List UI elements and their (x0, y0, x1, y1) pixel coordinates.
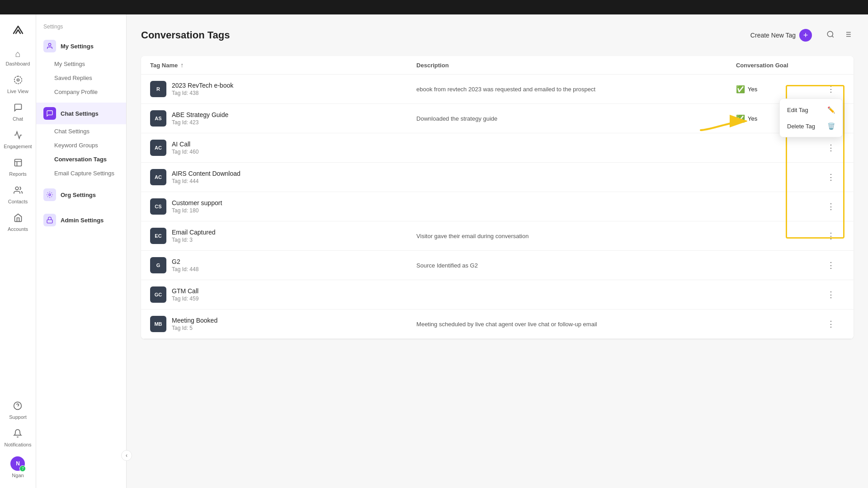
tag-avatar-5: EC (150, 228, 166, 244)
nav-item-engagement[interactable]: Engagement (2, 127, 34, 153)
tags-table: Tag Name ↑ Description Conversation Goal… (141, 56, 854, 339)
nav-user[interactable]: N 7 Ngan (8, 454, 28, 481)
admin-settings-icon (43, 214, 56, 226)
left-nav: ⌂ Dashboard Live View Chat Engagement Re… (0, 14, 36, 488)
settings-section-my-settings: My Settings My Settings Saved Replies Co… (36, 35, 126, 99)
sub-my-settings[interactable]: My Settings (36, 57, 126, 71)
sub-keyword-groups[interactable]: Keyword Groups (36, 138, 126, 152)
dashboard-icon: ⌂ (15, 49, 20, 59)
settings-section-header-admin-settings[interactable]: Admin Settings (36, 209, 126, 231)
tag-avatar-8: MB (150, 316, 166, 332)
row-action-btn-0[interactable]: ⋮ (817, 82, 844, 96)
tag-avatar-2: AC (150, 140, 166, 156)
tag-id-7: Tag Id: 459 (172, 296, 198, 302)
sub-chat-settings[interactable]: Chat Settings (36, 124, 126, 138)
tag-info-1: AS ABE Strategy Guide Tag Id: 423 (150, 110, 416, 127)
admin-settings-label: Admin Settings (61, 217, 104, 224)
nav-item-accounts[interactable]: Accounts (2, 210, 34, 235)
my-settings-label: My Settings (61, 43, 94, 50)
settings-section-header-chat-settings[interactable]: Chat Settings (36, 103, 126, 124)
chat-settings-label: Chat Settings (61, 110, 99, 117)
my-settings-icon (43, 40, 56, 52)
table-row: AS ABE Strategy Guide Tag Id: 423 Downlo… (141, 104, 854, 133)
settings-section-header-my-settings[interactable]: My Settings (36, 35, 126, 57)
tag-info-8: MB Meeting Booked Tag Id: 5 (150, 316, 416, 332)
settings-section-org-settings: Org Settings (36, 184, 126, 206)
main-content: Conversation Tags Create New Tag + Tag N… (127, 14, 868, 488)
support-label: Support (9, 414, 27, 420)
tag-id-1: Tag Id: 423 (172, 119, 228, 126)
contacts-icon (14, 186, 23, 197)
create-new-tag-button[interactable]: Create New Tag + (743, 25, 819, 45)
filter-icon[interactable] (842, 28, 854, 42)
nav-label-live-view: Live View (7, 89, 28, 94)
edit-tag-menu-item[interactable]: Edit Tag ✏️ (780, 102, 842, 118)
table-row: R 2023 RevTech e-book Tag Id: 438 ebook … (141, 75, 854, 104)
tag-desc-6: Source Identified as G2 (416, 262, 736, 269)
nav-item-dashboard[interactable]: ⌂ Dashboard (2, 45, 34, 70)
reports-icon (14, 158, 23, 169)
sub-email-capture[interactable]: Email Capture Settings (36, 166, 126, 180)
nav-support[interactable]: Support (6, 399, 29, 422)
svg-rect-6 (47, 220, 52, 223)
nav-item-live-view[interactable]: Live View (2, 72, 34, 98)
app-logo[interactable] (10, 22, 26, 38)
notifications-icon (13, 429, 22, 440)
delete-tag-menu-item[interactable]: Delete Tag 🗑️ (780, 118, 842, 134)
edit-icon: ✏️ (827, 106, 835, 113)
nav-label-contacts: Contacts (8, 199, 28, 204)
row-action-btn-5[interactable]: ⋮ (817, 229, 844, 243)
row-action-btn-6[interactable]: ⋮ (817, 258, 844, 272)
sidebar-collapse-button[interactable]: ‹ (121, 450, 132, 461)
tag-id-4: Tag Id: 180 (172, 207, 222, 214)
row-action-btn-4[interactable]: ⋮ (817, 200, 844, 213)
org-settings-icon (43, 188, 56, 201)
nav-item-reports[interactable]: Reports (2, 155, 34, 180)
svg-point-4 (48, 43, 51, 46)
svg-point-0 (17, 79, 19, 81)
tag-id-6: Tag Id: 448 (172, 266, 198, 272)
sub-saved-replies[interactable]: Saved Replies (36, 71, 126, 85)
tag-name-4: Customer support (172, 199, 222, 206)
search-icon[interactable] (825, 28, 836, 42)
nav-notifications[interactable]: Notifications (2, 426, 34, 450)
nav-label-engagement: Engagement (4, 144, 32, 149)
tag-id-3: Tag Id: 444 (172, 178, 241, 184)
user-label: Ngan (12, 473, 24, 478)
table-row: GC GTM Call Tag Id: 459 ⋮ (141, 280, 854, 310)
tag-id-8: Tag Id: 5 (172, 325, 217, 331)
page-title: Conversation Tags (141, 29, 230, 41)
delete-icon: 🗑️ (827, 122, 835, 130)
user-badge: 7 (19, 465, 26, 472)
row-action-btn-8[interactable]: ⋮ (817, 317, 844, 331)
chat-icon (14, 103, 23, 114)
tag-name-6: G2 (172, 258, 198, 265)
chat-settings-icon (43, 107, 56, 120)
row-action-btn-2[interactable]: ⋮ (817, 141, 844, 155)
row-action-btn-3[interactable]: ⋮ (817, 170, 844, 184)
sub-conversation-tags[interactable]: Conversation Tags (36, 152, 126, 166)
tag-info-2: AC AI Call Tag Id: 460 (150, 140, 416, 156)
tag-info-6: G G2 Tag Id: 448 (150, 257, 416, 273)
col-tag-name: Tag Name ↑ (150, 61, 416, 69)
table-row: CS Customer support Tag Id: 180 ⋮ (141, 192, 854, 221)
tag-desc-8: Meeting scheduled by live chat agent ove… (416, 321, 736, 328)
nav-label-chat: Chat (13, 116, 23, 122)
settings-section-chat-settings: Chat Settings Chat Settings Keyword Grou… (36, 103, 126, 180)
nav-item-chat[interactable]: Chat (2, 99, 34, 125)
sub-company-profile[interactable]: Company Profile (36, 85, 126, 99)
tag-id-0: Tag Id: 438 (172, 90, 233, 96)
tag-avatar-3: AC (150, 169, 166, 185)
svg-point-7 (827, 31, 833, 37)
goal-cell-0: ✅ Yes (736, 85, 817, 94)
tag-name-7: GTM Call (172, 287, 198, 295)
table-row: G G2 Tag Id: 448 Source Identified as G2… (141, 251, 854, 280)
row-action-btn-7[interactable]: ⋮ (817, 288, 844, 301)
nav-bottom: Support Notifications N 7 Ngan (2, 399, 34, 488)
delete-tag-label: Delete Tag (787, 123, 815, 130)
support-icon (13, 401, 22, 413)
goal-check-icon-1: ✅ (736, 114, 745, 123)
nav-item-contacts[interactable]: Contacts (2, 182, 34, 208)
table-row: EC Email Captured Tag Id: 3 Visitor gave… (141, 221, 854, 251)
settings-section-header-org-settings[interactable]: Org Settings (36, 184, 126, 206)
